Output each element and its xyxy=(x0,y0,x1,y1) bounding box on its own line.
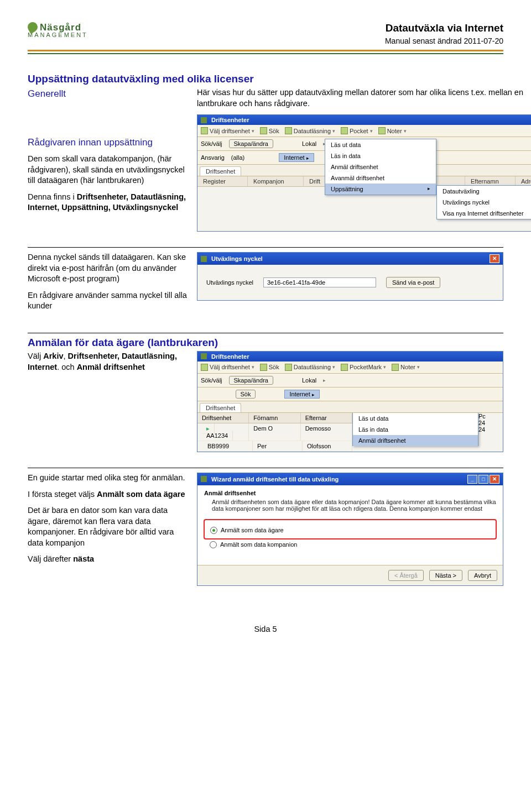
btn-sok[interactable]: Sök xyxy=(236,390,256,399)
col-efternamn: Efternar xyxy=(301,413,352,423)
tool-valj-driftsenhet[interactable]: Välj driftsenhet▾ xyxy=(201,364,254,371)
sel-lokal[interactable]: Lokal xyxy=(302,377,316,384)
lbl-utvaxlings-nyckel: Utväxlings nyckel xyxy=(206,279,253,286)
mi-las-in-data[interactable]: Läs in data xyxy=(325,150,436,161)
logo-text-bottom: MANAGEMENT xyxy=(28,32,88,38)
cell: 24 xyxy=(478,420,485,426)
col-pc: Pc xyxy=(478,413,503,420)
sec4-p1: En guide startar med olika steg för anmä… xyxy=(28,473,188,484)
col-register: Register xyxy=(197,176,248,186)
submenu-uppsattning: Datautväxling Utväxlings nyckel Visa nya… xyxy=(436,185,531,219)
page-number: Sida 5 xyxy=(28,625,503,633)
sec1-right-p1: Här visas hur du sätter upp datautväxlin… xyxy=(197,87,531,109)
tool-valj-driftsenhet[interactable]: Välj driftsenhet▾ xyxy=(201,127,254,134)
sel-internet[interactable]: Internet ▸ xyxy=(284,390,319,399)
sel-internet[interactable]: Internet ▸ xyxy=(279,153,314,162)
mi-avanmal-driftsenhet[interactable]: Avanmäl driftsenhet xyxy=(325,172,436,184)
tool-pocketmark[interactable]: PocketMark▾ xyxy=(341,364,386,371)
table-row[interactable]: ▸ AA1234Dem ODemosso xyxy=(197,423,352,441)
sel-lokal[interactable]: Lokal xyxy=(302,140,316,147)
btn-aterga: < Återgå xyxy=(388,570,424,581)
leaf-icon xyxy=(201,256,207,262)
sec3-p1: Välj Arkiv, Driftsenheter, Datautläsning… xyxy=(28,351,188,373)
radio-anmalt-data-kompanion[interactable]: Anmält som data kompanion xyxy=(210,541,491,548)
btn-avbryt[interactable]: Avbryt xyxy=(468,570,497,581)
context-menu-datautlasning: Läs ut data Läs in data Anmäl driftsenhe… xyxy=(325,139,436,195)
btn-skapa-andra[interactable]: Skapa/ändra xyxy=(229,139,273,148)
divider xyxy=(28,468,503,468)
mi-las-ut-data[interactable]: Läs ut data xyxy=(353,413,478,424)
dlg-title: Utväxlings nyckel xyxy=(211,255,263,262)
doc-subtitle: Manual senast ändrad 2011-07-20 xyxy=(385,36,503,45)
mi-anmal-driftsenhet[interactable]: Anmäl driftsenhet xyxy=(353,435,478,446)
divider-green xyxy=(28,53,503,54)
sec1-left-p1: Den som skall vara datakompanjon, (här r… xyxy=(28,154,188,186)
sec4-p3: Det är bara en dator som kan vara data ä… xyxy=(28,505,188,548)
divider-orange xyxy=(28,50,503,51)
appwin-leaf-icon: Driftsenheter xyxy=(201,117,249,123)
tool-datautlasning[interactable]: Datautläsning▾ xyxy=(285,127,335,134)
sub-generellt: Generellt xyxy=(28,88,188,99)
lbl-sokvalj: Sök/välj xyxy=(201,140,222,147)
wizard-title: Wizard anmäld driftsenhet till data utvä… xyxy=(211,476,339,483)
dialog-utvaxlings-nyckel: Utväxlings nyckel ✕ Utväxlings nyckel 3e… xyxy=(197,252,503,301)
input-nyckel[interactable]: 3e16-c6e1-41fa-49de xyxy=(263,277,376,287)
val-alla: (alla) xyxy=(231,154,244,161)
mi-visa-nya[interactable]: Visa nya Internet driftsenheter xyxy=(437,208,531,219)
close-icon[interactable]: ✕ xyxy=(490,254,499,263)
tool-datautlasning[interactable]: Datautläsning▾ xyxy=(285,364,335,371)
tool-sok[interactable]: Sök xyxy=(260,364,279,371)
app-window-driftsenheter-1: Driftsenheter Välj driftsenhet▾ Sök Data… xyxy=(197,114,531,232)
btn-sand-via-epost[interactable]: Sänd via e-post xyxy=(386,277,440,288)
radio-group-selected: Anmält som data ägare xyxy=(204,520,496,539)
mi-utvaxlings-nyckel[interactable]: Utväxlings nyckel xyxy=(437,197,531,208)
mi-anmal-driftsenhet[interactable]: Anmäl driftsenhet xyxy=(325,161,436,172)
wiz-intro: Anmäl driftsenheten som data ägare eller… xyxy=(212,499,496,512)
sec1-left-p2: Denna finns i Driftsenheter, Datautläsni… xyxy=(28,192,188,213)
col-fornamn: Förnamn xyxy=(249,413,300,423)
sec2-p1: Denna nyckel sänds till dataägaren. Kan … xyxy=(28,252,188,285)
tab-driftsenhet[interactable]: Driftsenhet xyxy=(200,166,241,176)
lbl-sokvalj: Sök/välj xyxy=(201,377,222,384)
app-window-driftsenheter-2: Driftsenheter Välj driftsenhet▾ Sök Data… xyxy=(197,351,503,452)
sec2-p2: En rådgivare använder samma nyckel till … xyxy=(28,290,188,312)
col-kompanjon: Kompanjon xyxy=(248,176,304,186)
minimize-icon[interactable]: _ xyxy=(467,475,477,484)
tool-pocket[interactable]: Pocket▾ xyxy=(341,127,373,134)
logo: Näsgård MANAGEMENT xyxy=(28,22,88,38)
wiz-group-title: Anmäl driftsenhet xyxy=(204,490,496,496)
mi-datautvaxling[interactable]: Datautväxling xyxy=(437,186,531,197)
cell: 24 xyxy=(478,426,485,433)
close-icon[interactable]: ✕ xyxy=(490,475,499,484)
btn-skapa-andra[interactable]: Skapa/ändra xyxy=(229,376,273,385)
tab-driftsenhet[interactable]: Driftsenhet xyxy=(200,403,241,412)
logo-text-top: Näsgård xyxy=(40,23,81,32)
col-driftsenhet: Driftsenhet xyxy=(197,413,249,423)
tool-noter[interactable]: Noter▾ xyxy=(392,364,420,371)
mi-uppsattning[interactable]: Uppsättning▸ xyxy=(325,184,436,195)
mi-las-in-data[interactable]: Läs in data xyxy=(353,424,478,435)
toolbar: Välj driftsenhet▾ Sök Datautläsning▾ Poc… xyxy=(197,125,531,137)
radio-anmalt-data-agare[interactable]: Anmält som data ägare xyxy=(210,527,490,534)
section1-title: Uppsättning datautväxling med olika lice… xyxy=(28,70,503,85)
divider xyxy=(28,247,503,248)
sub-radgivaren: Rådgivaren innan uppsättning xyxy=(28,137,188,148)
sec4-p4: Välj därefter nästa xyxy=(28,554,188,565)
section3-title: Anmälan för data ägare (lantbrukaren) xyxy=(28,333,503,349)
doc-title: Datautväxla via Internet xyxy=(385,22,503,34)
lbl-ansvarig: Ansvarig xyxy=(201,154,225,161)
table-row[interactable]: BB9999PerOlofsson xyxy=(197,441,352,452)
sec4-p2: I första steget väljs Anmält som data äg… xyxy=(28,489,188,500)
app-icon xyxy=(201,476,207,482)
btn-nasta[interactable]: Nästa > xyxy=(429,570,462,581)
app-icon xyxy=(201,353,207,359)
tool-noter[interactable]: Noter▾ xyxy=(378,127,407,134)
maximize-icon[interactable]: □ xyxy=(478,475,488,484)
mi-las-ut-data[interactable]: Läs ut data xyxy=(325,139,436,150)
tool-sok[interactable]: Sök xyxy=(260,127,279,134)
wizard-window: Wizard anmäld driftsenhet till data utvä… xyxy=(197,473,503,586)
